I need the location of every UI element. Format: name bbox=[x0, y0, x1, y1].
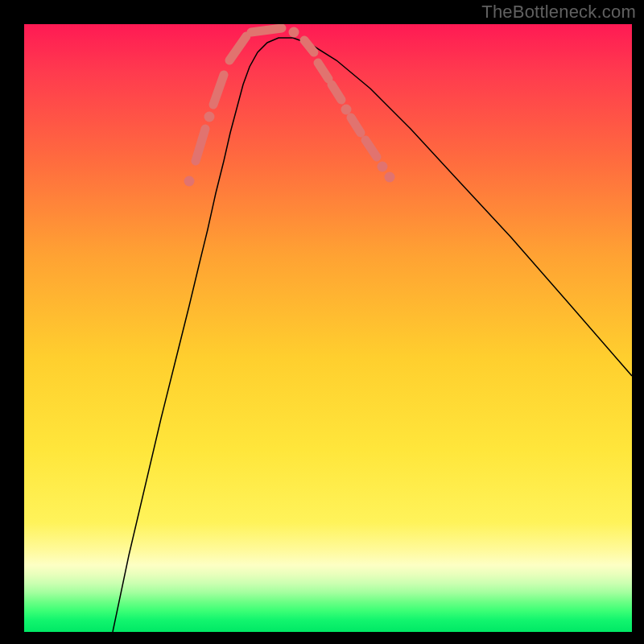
chart-overlay bbox=[24, 24, 632, 632]
marker-segment bbox=[332, 85, 341, 100]
curve-line bbox=[113, 38, 632, 632]
marker-segment bbox=[196, 129, 205, 161]
marker-dot bbox=[289, 27, 299, 38]
chart-canvas: TheBottleneck.com bbox=[0, 0, 644, 644]
marker-dot bbox=[385, 172, 395, 183]
marker-segment bbox=[365, 140, 377, 157]
marker-segment bbox=[351, 118, 361, 133]
marker-dot bbox=[204, 112, 215, 122]
marker-dot bbox=[184, 176, 195, 187]
marker-segment bbox=[229, 36, 246, 60]
curve-markers bbox=[184, 27, 395, 187]
marker-segment bbox=[213, 75, 224, 105]
marker-dot bbox=[341, 105, 352, 115]
plot-area bbox=[24, 24, 632, 632]
marker-dot bbox=[378, 162, 388, 172]
watermark-text: TheBottleneck.com bbox=[481, 2, 636, 23]
marker-segment bbox=[251, 28, 282, 32]
marker-segment bbox=[304, 40, 314, 52]
marker-segment bbox=[318, 63, 328, 79]
